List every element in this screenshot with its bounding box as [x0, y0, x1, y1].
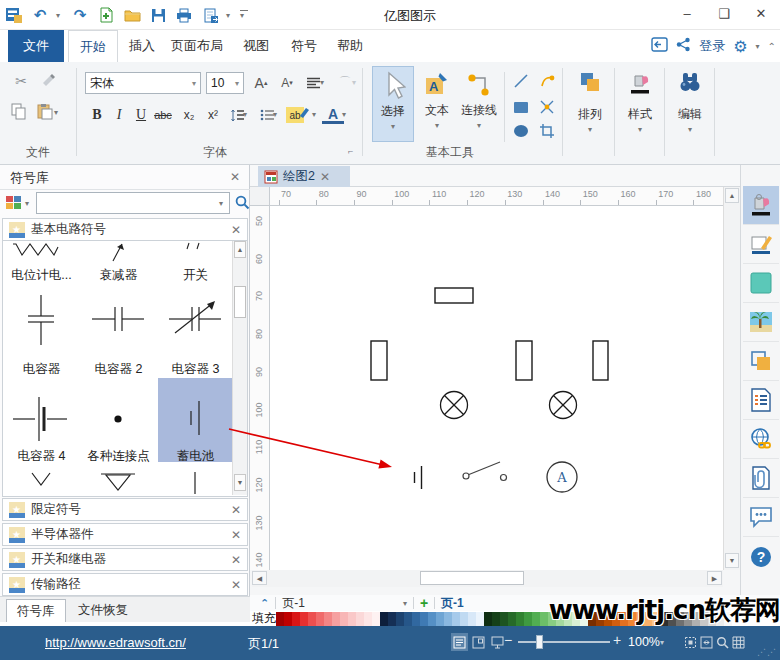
quick-color-tool[interactable]: [743, 264, 779, 303]
color-swatch[interactable]: [332, 612, 340, 626]
color-swatch[interactable]: [316, 612, 324, 626]
color-swatch[interactable]: [532, 612, 540, 626]
bold-icon[interactable]: B: [86, 104, 108, 126]
attachment-tool[interactable]: [743, 459, 779, 498]
underline-icon[interactable]: U: [130, 104, 152, 126]
symbol-label[interactable]: 各种连接点: [80, 448, 157, 465]
color-swatch[interactable]: [492, 612, 500, 626]
edrawsoft-link[interactable]: http://www.edrawsoft.cn/: [45, 635, 186, 650]
scrollbar-thumb[interactable]: [234, 286, 246, 318]
color-swatch[interactable]: [284, 612, 292, 626]
font-color-icon[interactable]: A: [322, 106, 344, 124]
scroll-down-icon[interactable]: ▼: [234, 474, 246, 491]
paste-dropdown-icon[interactable]: ▾: [54, 108, 58, 117]
shape-ammeter[interactable]: A: [547, 462, 577, 492]
export-icon[interactable]: [651, 37, 668, 55]
collapse-ribbon-icon[interactable]: ⌃: [768, 41, 776, 52]
font-name-select[interactable]: 宋体▾: [85, 72, 201, 94]
color-swatch[interactable]: [388, 612, 396, 626]
redo-icon[interactable]: ↷: [70, 5, 90, 25]
color-swatch[interactable]: [324, 612, 332, 626]
rectangle-shape-icon[interactable]: [510, 96, 532, 118]
share-icon[interactable]: [676, 37, 691, 55]
section-close-icon[interactable]: ✕: [231, 503, 241, 517]
shape-rectangle[interactable]: [435, 288, 473, 303]
comment-tool[interactable]: [743, 498, 779, 537]
tab-insert[interactable]: 插入: [122, 30, 162, 62]
view-normal-icon[interactable]: [451, 633, 468, 651]
close-button[interactable]: ✕: [744, 0, 778, 28]
highlight-dropdown-icon[interactable]: ▾: [312, 110, 316, 119]
section-semiconductor[interactable]: ★ 半导体器件 ✕: [2, 523, 248, 546]
scroll-down-icon[interactable]: ▼: [725, 553, 739, 568]
preview-dropdown-icon[interactable]: ▾: [226, 11, 234, 20]
minimize-button[interactable]: –: [670, 0, 704, 28]
connector-tool-button[interactable]: 连接线 ▾: [458, 66, 500, 142]
shape-vrect-middle[interactable]: [516, 341, 532, 380]
new-document-icon[interactable]: [96, 5, 116, 25]
canvas-h-scrollbar[interactable]: ◀ ▶: [252, 570, 723, 587]
page-dropdown-label[interactable]: 页-1: [282, 595, 305, 612]
document-tab-close-icon[interactable]: ✕: [320, 170, 330, 184]
color-swatch[interactable]: [300, 612, 308, 626]
font-group-expand-icon[interactable]: ⌐: [348, 146, 353, 156]
shape-switch[interactable]: [463, 462, 507, 481]
shape-lamp-2[interactable]: [550, 392, 577, 419]
color-swatch[interactable]: [292, 612, 300, 626]
tab-view[interactable]: 视图: [236, 30, 276, 62]
tab-help[interactable]: 帮助: [330, 30, 370, 62]
tab-symbols[interactable]: 符号: [284, 30, 324, 62]
section-close-icon[interactable]: ✕: [231, 223, 241, 237]
symbol-label[interactable]: 电容器 2: [80, 361, 157, 378]
library-picker-dropdown-icon[interactable]: ▾: [25, 199, 29, 208]
arrange-button[interactable]: 排列 ▾: [570, 66, 610, 142]
panel-close-icon[interactable]: ✕: [230, 170, 240, 184]
color-swatch[interactable]: [508, 612, 516, 626]
symbol-label[interactable]: 电容器: [3, 361, 80, 378]
section-transmission-paths[interactable]: ★ 传输路径 ✕: [2, 573, 248, 596]
zoom-dropdown-icon[interactable]: ▾: [660, 638, 664, 647]
tab-home[interactable]: 开始: [68, 30, 118, 62]
section-qualifying-symbols[interactable]: ★ 限定符号 ✕: [2, 498, 248, 521]
color-swatch[interactable]: [356, 612, 364, 626]
color-swatch[interactable]: [372, 612, 380, 626]
grow-font-icon[interactable]: A▴: [250, 72, 272, 94]
tab-file[interactable]: 文件: [8, 30, 64, 62]
battery-symbols-row[interactable]: [3, 391, 234, 447]
tab-file-recovery[interactable]: 文件恢复: [68, 599, 138, 622]
cut-icon[interactable]: ✂: [10, 70, 32, 92]
grid-toggle-icon[interactable]: [730, 633, 747, 651]
symbol-label[interactable]: 电位计电...: [3, 267, 80, 284]
add-page-button[interactable]: +: [420, 595, 428, 611]
format-painter-icon[interactable]: [38, 70, 60, 92]
tab-symbol-library[interactable]: 符号库: [6, 599, 66, 622]
settings-dropdown-icon[interactable]: ▾: [756, 42, 760, 51]
search-icon[interactable]: [235, 195, 250, 213]
customize-toolbar-icon[interactable]: ▾: [240, 10, 248, 20]
outline-tool[interactable]: [743, 381, 779, 420]
color-swatch[interactable]: [444, 612, 452, 626]
print-preview-icon[interactable]: [200, 5, 220, 25]
ellipse-shape-icon[interactable]: [510, 120, 532, 142]
edit-button[interactable]: 编辑 ▾: [670, 66, 710, 142]
line-style-tool[interactable]: [743, 225, 779, 264]
section-switches-relays[interactable]: ★ 开关和继电器 ✕: [2, 548, 248, 571]
partial-symbols-bottom[interactable]: [3, 470, 234, 495]
view-split-icon[interactable]: [470, 633, 487, 651]
symbol-grid-scrollbar[interactable]: ▲ ▼: [232, 241, 247, 495]
shape-battery[interactable]: [415, 466, 422, 489]
fill-style-tool[interactable]: [743, 186, 779, 225]
paste-icon[interactable]: [34, 100, 56, 122]
style-button[interactable]: 样式 ▾: [620, 66, 660, 142]
color-swatch[interactable]: [380, 612, 388, 626]
color-swatch[interactable]: [452, 612, 460, 626]
color-swatch[interactable]: [412, 612, 420, 626]
print-icon[interactable]: [174, 5, 194, 25]
background-tool[interactable]: [743, 303, 779, 342]
line-spacing-dropdown-icon[interactable]: ▾: [243, 110, 247, 119]
zoom-out-button[interactable]: −: [504, 632, 512, 648]
zoom-slider-thumb[interactable]: [536, 635, 543, 649]
bullet-dropdown-icon[interactable]: ▾: [273, 110, 277, 119]
library-picker-icon[interactable]: [5, 194, 23, 214]
layers-tool[interactable]: [743, 342, 779, 381]
